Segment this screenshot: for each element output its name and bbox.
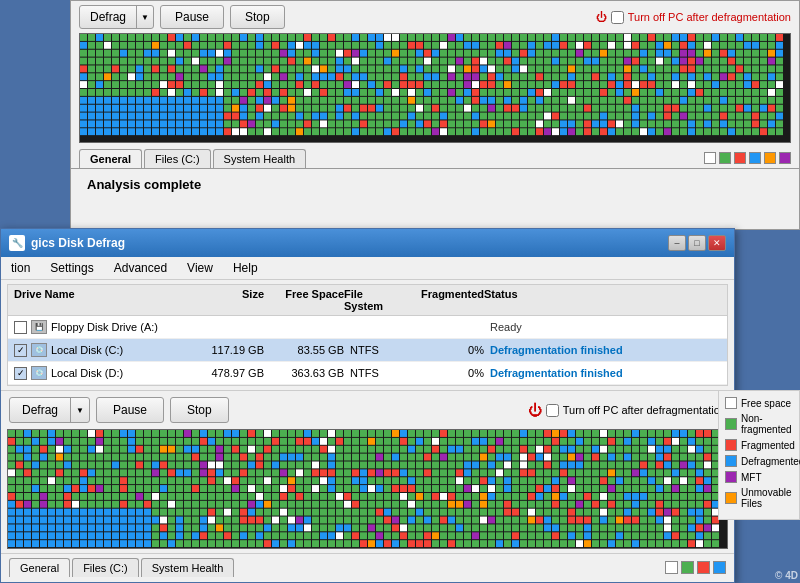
defrag-button[interactable]: Defrag ▼ <box>9 397 90 423</box>
legend-color-frag <box>725 439 737 451</box>
window-title: gics Disk Defrag <box>31 236 668 250</box>
menu-item-advanced[interactable]: Advanced <box>108 259 173 277</box>
maximize-button[interactable]: □ <box>688 235 706 251</box>
legend-dot-defrag <box>713 561 726 574</box>
menu-bar: tion Settings Advanced View Help <box>1 257 734 280</box>
legend-label-defrag: Defragmented <box>741 456 800 467</box>
drive-frag-d: 0% <box>404 367 484 379</box>
drive-checkbox-c[interactable]: ✓ <box>14 344 27 357</box>
watermark: © 4D <box>775 570 798 581</box>
legend-color-nonfrag <box>725 418 737 430</box>
legend-dot-frag <box>734 152 746 164</box>
bg-toolbar: Defrag ▼ Pause Stop ⏻ Turn off PC after … <box>71 1 799 33</box>
drive-name-d: Local Disk (D:) <box>51 367 123 379</box>
bottom-tabs: General Files (C:) System Health <box>1 553 734 577</box>
defrag-label: Defrag <box>10 398 71 422</box>
title-bar: 🔧 gics Disk Defrag – □ ✕ <box>1 229 734 257</box>
legend-dot-mft <box>764 152 776 164</box>
legend-item-unmovable: Unmovable Files <box>725 487 793 509</box>
window-controls: – □ ✕ <box>668 235 726 251</box>
header-file-system: File System <box>344 288 404 312</box>
menu-item-settings[interactable]: Settings <box>44 259 99 277</box>
legend-label-mft: MFT <box>741 472 762 483</box>
legend-color-unmovable <box>725 492 737 504</box>
menu-item-view[interactable]: View <box>181 259 219 277</box>
minimize-button[interactable]: – <box>668 235 686 251</box>
bg-defrag-button[interactable]: Defrag ▼ <box>79 5 154 29</box>
stop-button[interactable]: Stop <box>170 397 229 423</box>
bg-tab-files[interactable]: Files (C:) <box>144 149 211 168</box>
drive-free-c: 83.55 GB <box>264 344 344 356</box>
power-toggle[interactable] <box>546 404 559 417</box>
bg-disk-canvas <box>80 34 790 142</box>
legend-dot-free <box>665 561 678 574</box>
bg-tab-general[interactable]: General <box>79 149 142 168</box>
legend-item-defrag: Defragmented <box>725 455 793 467</box>
header-size: Size <box>194 288 264 312</box>
legend-label-unmovable: Unmovable Files <box>741 487 793 509</box>
tab-general[interactable]: General <box>9 558 70 577</box>
legend-item-nonfrag: Non-fragmented <box>725 413 793 435</box>
drive-status-a: Ready <box>484 321 721 333</box>
bg-pause-button[interactable]: Pause <box>160 5 224 29</box>
legend-dot-unmovable <box>779 152 791 164</box>
drive-status-d: Defragmentation finished <box>484 367 721 379</box>
legend-dots <box>665 561 726 574</box>
background-window: Defrag ▼ Pause Stop ⏻ Turn off PC after … <box>70 0 800 230</box>
analysis-text: Analysis complete <box>71 169 799 200</box>
legend-dot-frag <box>697 561 710 574</box>
power-checkbox[interactable]: ⏻ Turn off PC after defragmentation <box>528 402 726 418</box>
disk-map <box>7 429 728 549</box>
drive-size-c: 117.19 GB <box>194 344 264 356</box>
legend-color-mft <box>725 471 737 483</box>
legend-label-frag: Fragmented <box>741 440 795 451</box>
main-window: 🔧 gics Disk Defrag – □ ✕ tion Settings A… <box>0 228 735 583</box>
table-row[interactable]: 💾 Floppy Disk Drive (A:) Ready <box>8 316 727 339</box>
power-label: Turn off PC after defragmentation <box>563 404 726 416</box>
bottom-toolbar: Defrag ▼ Pause Stop ⏻ Turn off PC after … <box>1 390 734 429</box>
drive-free-d: 363.63 GB <box>264 367 344 379</box>
drive-icon-c: 💿 <box>31 343 47 357</box>
drive-checkbox-d[interactable]: ✓ <box>14 367 27 380</box>
bg-tab-health[interactable]: System Health <box>213 149 307 168</box>
header-free-space: Free Space <box>264 288 344 312</box>
drive-name-c: Local Disk (C:) <box>51 344 123 356</box>
bg-power-checkbox[interactable]: ⏻ Turn off PC after defragmentation <box>596 11 791 24</box>
power-icon: ⏻ <box>528 402 542 418</box>
drive-fs-d: NTFS <box>344 367 404 379</box>
legend-item-free: Free space <box>725 397 793 409</box>
drive-icon-a: 💾 <box>31 320 47 334</box>
tab-health[interactable]: System Health <box>141 558 235 577</box>
bg-stop-button[interactable]: Stop <box>230 5 285 29</box>
app-icon: 🔧 <box>9 235 25 251</box>
menu-item-0[interactable]: tion <box>5 259 36 277</box>
legend-dot-free <box>704 152 716 164</box>
legend-dot-nonfrag <box>681 561 694 574</box>
table-row[interactable]: ✓ 💿 Local Disk (C:) 117.19 GB 83.55 GB N… <box>8 339 727 362</box>
legend-dot-defrag <box>749 152 761 164</box>
drive-checkbox-a[interactable] <box>14 321 27 334</box>
legend-item-mft: MFT <box>725 471 793 483</box>
bg-tabs: General Files (C:) System Health <box>71 145 799 169</box>
bg-legend-dots <box>704 152 791 166</box>
menu-item-help[interactable]: Help <box>227 259 264 277</box>
disk-map-canvas <box>8 430 727 548</box>
drive-status-c: Defragmentation finished <box>484 344 721 356</box>
table-row[interactable]: ✓ 💿 Local Disk (D:) 478.97 GB 363.63 GB … <box>8 362 727 385</box>
drive-frag-c: 0% <box>404 344 484 356</box>
defrag-dropdown-arrow: ▼ <box>71 398 89 422</box>
drive-icon-d: 💿 <box>31 366 47 380</box>
tab-files[interactable]: Files (C:) <box>72 558 139 577</box>
legend-label-nonfrag: Non-fragmented <box>741 413 793 435</box>
legend-color-free <box>725 397 737 409</box>
header-fragmented: Fragmented <box>404 288 484 312</box>
drive-name-a: Floppy Disk Drive (A:) <box>51 321 158 333</box>
drive-list-header: Drive Name Size Free Space File System F… <box>8 285 727 316</box>
close-button[interactable]: ✕ <box>708 235 726 251</box>
legend-panel: Free space Non-fragmented Fragmented Def… <box>718 390 800 520</box>
drive-size-d: 478.97 GB <box>194 367 264 379</box>
pause-button[interactable]: Pause <box>96 397 164 423</box>
legend-dot-nonfrag <box>719 152 731 164</box>
legend-item-frag: Fragmented <box>725 439 793 451</box>
bg-disk-map <box>79 33 791 143</box>
